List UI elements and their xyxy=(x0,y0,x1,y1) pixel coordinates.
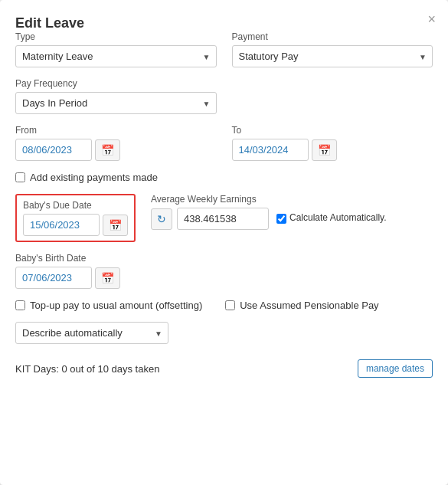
to-label: To xyxy=(232,125,433,136)
topup-checkbox-row: Top-up pay to usual amount (offsetting) xyxy=(15,300,202,311)
from-date-input[interactable] xyxy=(15,139,92,161)
manage-dates-button[interactable]: manage dates xyxy=(358,359,433,378)
add-existing-payments-row: Add existing payments made xyxy=(15,172,433,183)
baby-due-date-input[interactable] xyxy=(23,214,100,236)
kit-text: KIT Days: 0 out of 10 days taken xyxy=(15,363,159,375)
from-date-input-group: 📅 xyxy=(15,139,217,161)
baby-due-date-group: Baby's Due Date 📅 xyxy=(15,194,136,242)
pay-frequency-group: Pay Frequency Days In Period xyxy=(15,78,217,114)
baby-due-calendar-button[interactable]: 📅 xyxy=(103,215,128,236)
awe-refresh-button[interactable]: ↻ xyxy=(151,208,172,230)
calc-auto-row: Calculate Automatically. xyxy=(276,212,387,226)
describe-select[interactable]: Describe automatically xyxy=(15,322,168,344)
baby-birth-calendar-button[interactable]: 📅 xyxy=(95,267,120,289)
close-button[interactable]: × xyxy=(427,12,436,26)
assumed-pensionable-checkbox[interactable] xyxy=(225,300,235,310)
calc-auto-label[interactable]: Calculate Automatically. xyxy=(289,212,387,223)
add-existing-payments-checkbox[interactable] xyxy=(15,172,25,182)
baby-due-date-input-group: 📅 xyxy=(23,214,128,236)
from-group: From 📅 xyxy=(15,125,217,161)
pay-frequency-label: Pay Frequency xyxy=(15,78,217,89)
modal-title: Edit Leave xyxy=(15,15,84,31)
kit-row: KIT Days: 0 out of 10 days taken manage … xyxy=(15,359,433,378)
baby-birth-date-input[interactable] xyxy=(15,267,92,289)
to-calendar-button[interactable]: 📅 xyxy=(312,139,337,161)
baby-birth-date-label: Baby's Birth Date xyxy=(15,253,120,264)
payment-group: Payment Statutory Pay xyxy=(232,31,433,67)
baby-due-awe-row: Baby's Due Date 📅 Average Weekly Earning… xyxy=(15,194,433,242)
calc-auto-checkbox[interactable] xyxy=(276,214,286,224)
assumed-pensionable-checkbox-row: Use Assumed Pensionable Pay xyxy=(225,300,378,311)
to-date-input[interactable] xyxy=(232,139,309,161)
from-label: From xyxy=(15,125,217,136)
pay-frequency-select[interactable]: Days In Period xyxy=(15,92,217,114)
baby-birth-date-group: Baby's Birth Date 📅 xyxy=(15,253,120,289)
payment-label: Payment xyxy=(232,31,433,42)
bottom-checkboxes-row: Top-up pay to usual amount (offsetting) … xyxy=(15,300,433,311)
describe-select-wrapper[interactable]: Describe automatically xyxy=(15,322,168,344)
awe-label: Average Weekly Earnings xyxy=(151,194,433,205)
from-calendar-button[interactable]: 📅 xyxy=(95,139,120,161)
edit-leave-modal: Edit Leave × Type Maternity Leave Paymen… xyxy=(0,0,448,485)
awe-group: Average Weekly Earnings ↻ Calculate Auto… xyxy=(151,194,433,230)
type-label: Type xyxy=(15,31,217,42)
awe-input-row: ↻ xyxy=(151,208,269,230)
awe-input[interactable] xyxy=(177,208,269,230)
describe-row: Describe automatically xyxy=(15,322,433,344)
add-existing-payments-label[interactable]: Add existing payments made xyxy=(30,172,158,183)
type-group: Type Maternity Leave xyxy=(15,31,217,67)
payment-select-wrapper[interactable]: Statutory Pay xyxy=(232,45,433,67)
pay-frequency-select-wrapper[interactable]: Days In Period xyxy=(15,92,217,114)
payment-select[interactable]: Statutory Pay xyxy=(232,45,433,67)
topup-label[interactable]: Top-up pay to usual amount (offsetting) xyxy=(30,300,202,311)
topup-checkbox[interactable] xyxy=(15,300,25,310)
to-date-input-group: 📅 xyxy=(232,139,433,161)
baby-birth-date-input-group: 📅 xyxy=(15,267,120,289)
type-select[interactable]: Maternity Leave xyxy=(15,45,217,67)
to-group: To 📅 xyxy=(232,125,433,161)
baby-due-date-label: Baby's Due Date xyxy=(23,200,128,211)
assumed-pensionable-label[interactable]: Use Assumed Pensionable Pay xyxy=(240,300,378,311)
type-select-wrapper[interactable]: Maternity Leave xyxy=(15,45,217,67)
